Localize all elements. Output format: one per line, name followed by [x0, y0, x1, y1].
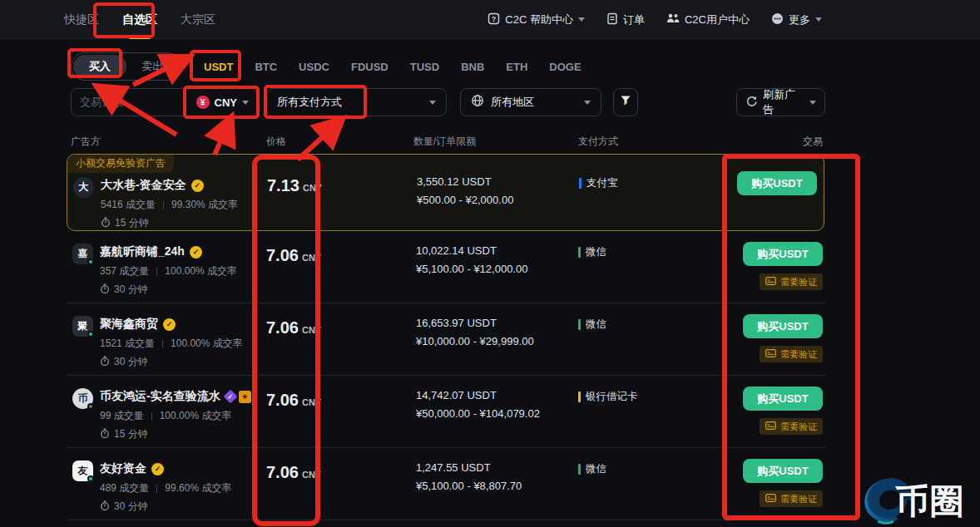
payment-label: 银行借记卡 — [586, 390, 638, 404]
order-limits: ¥50,000.00 - ¥104,079.02 — [416, 407, 540, 420]
merchant-name[interactable]: 币友鸿运-实名查验流水 — [100, 389, 220, 404]
tab-block-zone[interactable]: 大宗区 — [179, 0, 217, 39]
verify-required-badge: 需要验证 — [760, 273, 823, 290]
merchant-stats: 357 成交量 100.00% 成交率 — [100, 264, 237, 278]
trade-volume: 5416 成交量 — [101, 198, 156, 212]
completion-rate: 99.60% 成交率 — [165, 481, 231, 495]
payment-label: 微信 — [586, 462, 606, 476]
merchant-avatar[interactable]: 友 — [72, 461, 93, 481]
gold-check-badge-icon: ✓ — [191, 180, 204, 192]
watermark: 币圈子 — [854, 465, 980, 527]
available-amount: 10,022.14 USDT — [416, 244, 497, 257]
avatar-letter: 大 — [79, 180, 89, 195]
verify-badge-label: 需要验证 — [780, 421, 817, 433]
chevron-down-icon — [809, 101, 816, 105]
order-icon — [606, 12, 618, 27]
help-icon: ? — [488, 12, 500, 27]
price-cell: 7.06CNY — [266, 391, 321, 410]
user-center-link[interactable]: C2C用户中心 — [666, 12, 750, 27]
badge-group: ✓ — [151, 463, 164, 475]
header-price: 价格 — [266, 135, 286, 149]
trade-volume: 489 成交量 — [100, 481, 149, 495]
buy-tab[interactable]: 买入 — [73, 55, 126, 78]
more-link[interactable]: 更多 — [771, 12, 822, 27]
top-navigation: 快捷区 自选区 大宗区 ? C2C 帮助中心 订单 C2C用户中心 更多 — [0, 0, 980, 39]
completion-rate: 100.00% 成交率 — [165, 264, 237, 278]
merchant-avatar[interactable]: 嘉 — [72, 244, 93, 264]
avatar-letter: 友 — [78, 464, 88, 478]
merchant-name[interactable]: 友好资金 — [100, 461, 146, 476]
buy-usdt-button[interactable]: 购买USDT — [743, 314, 823, 338]
merchant-name[interactable]: 大水巷-资金安全 — [101, 178, 186, 193]
tab-coin-bnb[interactable]: BNB — [461, 61, 484, 73]
trade-volume: 1521 成交量 — [100, 337, 155, 351]
merchant-name[interactable]: 聚海鑫商贸 — [100, 317, 158, 332]
orders-label: 订单 — [623, 12, 645, 27]
stats-divider — [156, 485, 157, 493]
orders-link[interactable]: 订单 — [606, 12, 645, 27]
cny-icon: ¥ — [196, 96, 210, 109]
tab-coin-tusd[interactable]: TUSD — [410, 61, 439, 73]
ad-row: 币 币友鸿运-实名查验流水 ✓★ 99 成交量 100.00% 成交率 15 分… — [67, 376, 824, 448]
tab-p2p-zone[interactable]: 自选区 — [121, 0, 159, 39]
ad-row: 友 友好资金 ✓ 489 成交量 99.60% 成交率 30 分钟 7.06CN… — [67, 448, 824, 520]
advanced-filter-button[interactable] — [613, 88, 638, 116]
amount-placeholder: 交易金额 — [80, 95, 123, 110]
buy-button-label: 购买USDT — [757, 247, 808, 262]
sell-tab[interactable]: 卖出 — [126, 55, 180, 78]
help-center-label: C2C 帮助中心 — [505, 12, 573, 27]
merchant-avatar[interactable]: 大 — [73, 177, 94, 198]
amount-input[interactable]: 交易金额 ¥ CNY — [71, 88, 258, 116]
refresh-ads-button[interactable]: 刷新广告 — [736, 88, 825, 116]
payment-filter[interactable]: 所有支付方式 — [266, 88, 447, 116]
price-value: 7.06 — [266, 391, 299, 409]
trade-cell: 购买USDT 需要验证 — [743, 314, 823, 362]
release-time: 30 分钟 — [100, 283, 148, 297]
merchant-name-line: 友好资金 ✓ — [100, 461, 164, 476]
fiat-select[interactable]: ¥ CNY — [196, 96, 249, 109]
tab-coin-fdusd[interactable]: FDUSD — [351, 61, 389, 73]
tab-coin-btc[interactable]: BTC — [255, 61, 277, 73]
gold-check-badge-icon: ✓ — [163, 318, 176, 331]
merchant-name[interactable]: 嘉航昕商铺_24h — [100, 244, 185, 259]
chevron-down-icon — [584, 101, 591, 105]
verify-badge-label: 需要验证 — [780, 493, 817, 505]
tab-coin-eth[interactable]: ETH — [506, 61, 527, 73]
buy-usdt-button[interactable]: 购买USDT — [743, 387, 823, 411]
payment-method: 微信 — [578, 462, 606, 476]
header-advertiser: 广告方 — [71, 135, 101, 149]
price-value: 7.06 — [266, 246, 299, 264]
online-dot — [87, 331, 94, 337]
order-limits: ¥500.00 - ¥2,000.00 — [417, 194, 513, 206]
header-amount-limits: 数量/订单限额 — [413, 135, 476, 149]
badge-group: ✓ — [190, 246, 202, 259]
tab-coin-doge[interactable]: DOGE — [549, 61, 581, 73]
merchant-avatar[interactable]: 聚 — [72, 316, 93, 337]
tab-express-zone[interactable]: 快捷区 — [62, 0, 101, 39]
buy-usdt-button[interactable]: 购买USDT — [743, 459, 823, 483]
avatar-letter: 币 — [78, 392, 88, 406]
region-filter[interactable]: 所有地区 — [460, 88, 601, 116]
buy-button-label: 购买USDT — [757, 319, 808, 334]
payment-method: 银行借记卡 — [578, 390, 638, 404]
tab-coin-usdc[interactable]: USDC — [299, 61, 329, 73]
release-time: 15 分钟 — [101, 216, 149, 230]
table-header: 广告方 价格 数量/订单限额 支付方式 交易 — [67, 135, 824, 148]
price-unit: CNY — [302, 397, 321, 407]
tab-coin-usdt[interactable]: USDT — [204, 61, 233, 73]
buy-usdt-button[interactable]: 购买USDT — [737, 171, 817, 195]
payment-method: 支付宝 — [579, 176, 618, 190]
merchant-stats: 489 成交量 99.60% 成交率 — [100, 481, 231, 495]
help-center-link[interactable]: ? C2C 帮助中心 — [488, 12, 585, 27]
refresh-ads-label: 刷新广告 — [763, 87, 804, 117]
trade-cell: 购买USDT — [737, 171, 817, 195]
merchant-avatar[interactable]: 币 — [72, 388, 93, 409]
merchant-name-line: 币友鸿运-实名查验流水 ✓★ — [100, 389, 251, 404]
clock-icon — [100, 356, 110, 369]
online-dot — [87, 475, 94, 482]
buy-usdt-button[interactable]: 购买USDT — [743, 242, 823, 266]
price-cell: 7.06CNY — [266, 318, 321, 337]
id-card-icon — [765, 277, 776, 287]
badge-group: ✓ — [191, 180, 204, 192]
globe-icon — [471, 94, 484, 111]
